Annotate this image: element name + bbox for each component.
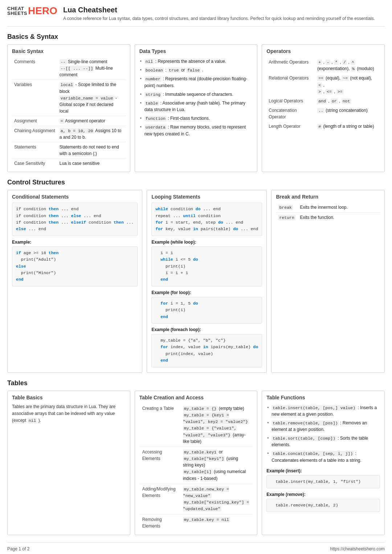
table-functions-list: table.insert(table, [pos,] value) : Inse… — [266, 403, 380, 465]
list-item: boolean : true or false . — [139, 66, 253, 74]
code-inline: userdata — [144, 125, 167, 130]
code-inline: false — [186, 68, 201, 73]
code-inline: >= — [336, 89, 344, 94]
code-inline: ^ — [351, 60, 355, 65]
conditional-title: Conditional Statements — [12, 194, 138, 200]
basic-syntax-table: Comments -- Single-line comment --[[ ...… — [12, 57, 126, 168]
header-text: Lua Cheatsheet A concise reference for L… — [63, 6, 375, 22]
table-basics-text: Tables are the primary data structure in… — [12, 403, 126, 424]
code-inline: my_table = {} — [183, 406, 218, 411]
list-item: table.remove(table, [pos]) : Removes an … — [266, 419, 380, 434]
code-inline: my_table["key1"] — [183, 456, 225, 461]
list-item: number : Represents real (double-precisi… — [139, 74, 253, 90]
op-value: and , or , not — [316, 97, 379, 105]
row-label: Creating a Table — [139, 403, 180, 447]
table-row: Logical Operators and , or , not — [267, 97, 379, 105]
for-example-code: for i = 1, 5 do print(i) end — [151, 297, 262, 323]
looping-title: Looping Statements — [151, 194, 262, 200]
code-inline: number — [144, 76, 162, 82]
row-value: Statements do not need to end with a sem… — [57, 142, 126, 159]
conditional-example-label: Example: — [12, 240, 138, 245]
op-label: Length Operator — [267, 122, 315, 131]
table-creation-table: Creating a Table my_table = {} (empty ta… — [139, 403, 253, 531]
row-label: Accessing Elements — [139, 447, 180, 484]
table-row: return Exits the function. — [276, 212, 380, 222]
table-row: Arithmetic Operators + , - , * , / , ^(e… — [267, 58, 379, 73]
code-inline: * — [334, 60, 339, 65]
code-inline: true — [168, 68, 180, 73]
op-label: Relational Operators — [267, 74, 315, 96]
code-inline: # — [317, 124, 322, 129]
table-functions-title: Table Functions — [266, 395, 380, 400]
code-inline: + — [317, 60, 322, 65]
code-inline: return — [278, 215, 295, 220]
code-inline: --[[ ... --]] — [60, 66, 94, 71]
code-inline: my_table.key = nil — [183, 517, 230, 522]
row-value: my_table = {} (empty table) my_table = {… — [180, 403, 253, 447]
list-item: userdata : Raw memory blocks, used to re… — [139, 123, 253, 138]
code-inline: table.sort(table, [comp]) — [271, 436, 336, 441]
code-inline: local — [60, 82, 74, 87]
row-label: Comments — [12, 57, 57, 80]
row-label: Statements — [12, 142, 57, 159]
list-item: table : Associative array (hash table). … — [139, 99, 253, 114]
code-inline: table.concat(table, [sep, i, j]) — [271, 451, 354, 456]
table-basics-card: Table Basics Tables are the primary data… — [7, 391, 130, 535]
op-label: Arithmetic Operators — [267, 58, 315, 73]
basic-syntax-title: Basic Syntax — [12, 48, 126, 54]
return-kw: return — [276, 212, 298, 222]
code-inline: .. — [317, 108, 324, 113]
break-return-table: break Exits the innermost loop. return E… — [276, 203, 380, 222]
code-inline: = — [60, 118, 64, 124]
code-inline: -- — [60, 59, 67, 65]
table-row: Statements Statements do not need to end… — [12, 142, 126, 159]
remove-example-label: Example (remove): — [266, 492, 380, 497]
code-inline: - — [326, 60, 330, 65]
return-desc: Exits the function. — [298, 212, 380, 222]
code-inline: table.remove(table, [pos]) — [271, 420, 339, 426]
table-creation-card: Table Creation and Access Creating a Tab… — [135, 391, 258, 535]
list-item: string : Immutable sequence of character… — [139, 90, 253, 99]
row-label: Case Sensitivity — [12, 159, 57, 168]
op-value: == (equal), ~= (not equal), < ,> , <= , … — [316, 74, 379, 96]
looping-card: Looping Statements while condition do ..… — [147, 190, 267, 372]
code-inline: my_table["existing_key"] = "updated_valu… — [183, 500, 249, 512]
code-inline: my_table = {"value1", "value2", "value3"… — [183, 425, 237, 437]
op-label: Concatenation Operator — [267, 106, 315, 121]
logo: CHEAT SHEETS HERO — [7, 6, 57, 16]
looping-syntax: while condition do ... end repeat ... un… — [151, 203, 262, 236]
code-inline: boolean — [144, 68, 164, 73]
while-example-label: Example (while loop): — [151, 240, 262, 245]
conditional-card: Conditional Statements if condition then… — [7, 190, 142, 372]
for-example-label: Example (for loop): — [151, 290, 262, 295]
row-value: a, b = 10, 20 Assigns 10 to a and 20 to … — [57, 126, 126, 142]
break-desc: Exits the innermost loop. — [298, 203, 380, 212]
row-value: -- Single-line comment --[[ ... --]] Mul… — [57, 57, 126, 80]
table-row: Adding/Modifying Elements my_table.new_k… — [139, 484, 253, 514]
page-number: Page 1 of 2 — [7, 546, 29, 551]
row-value: = Assignment operator — [57, 116, 126, 126]
foreach-example-code: my_table = {"a", "b", "c"} for index, va… — [151, 334, 262, 367]
row-value: my_table.key1 or my_table["key1"] (using… — [180, 447, 253, 484]
table-row: Creating a Table my_table = {} (empty ta… — [139, 403, 253, 447]
table-row: Relational Operators == (equal), ~= (not… — [267, 74, 379, 96]
data-types-list: nil : Represents the absence of a value.… — [139, 57, 253, 138]
footer-link[interactable]: https://cheatsheetshero.com — [330, 546, 385, 551]
code-inline: a, b = 10, 20 — [60, 128, 94, 134]
code-inline: nil — [144, 59, 154, 64]
code-inline: variable_name = value — [60, 95, 114, 101]
code-inline: string — [144, 92, 162, 97]
code-inline: my_table = {key1 = "value1", key2 = "val… — [183, 412, 249, 424]
code-inline: ~= — [342, 76, 349, 81]
break-kw: break — [276, 203, 298, 212]
code-inline: or — [331, 98, 338, 104]
code-inline: function — [144, 116, 167, 121]
op-value: + , - , * , / , ^(exponentiation), % (mo… — [316, 58, 379, 73]
table-row: Variables local - Scope limited to the b… — [12, 80, 126, 116]
data-types-title: Data Types — [139, 48, 253, 54]
code-inline: / — [342, 60, 347, 65]
code-inline: my_table.key1 — [183, 449, 218, 455]
table-row: Length Operator # (length of a string or… — [267, 122, 379, 131]
row-label: Variables — [12, 80, 57, 116]
row-label: Removing Elements — [139, 514, 180, 531]
